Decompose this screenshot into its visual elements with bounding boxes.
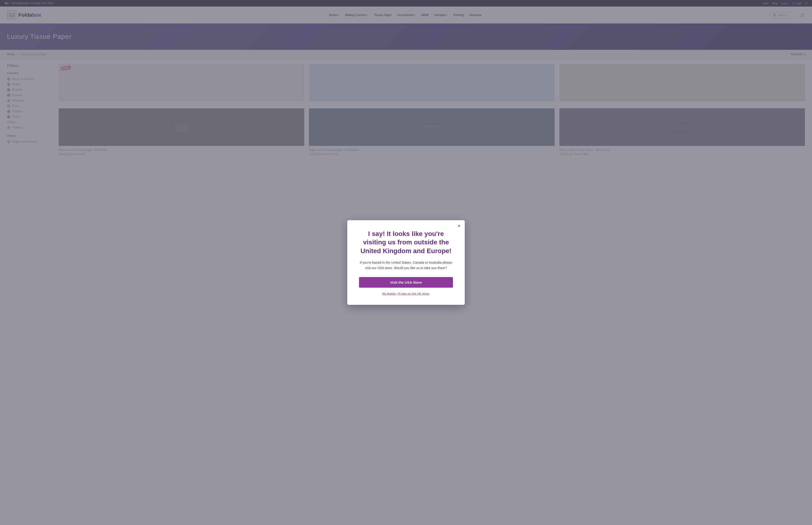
modal-backdrop: × I say! It looks like you're visiting u… — [0, 0, 812, 161]
